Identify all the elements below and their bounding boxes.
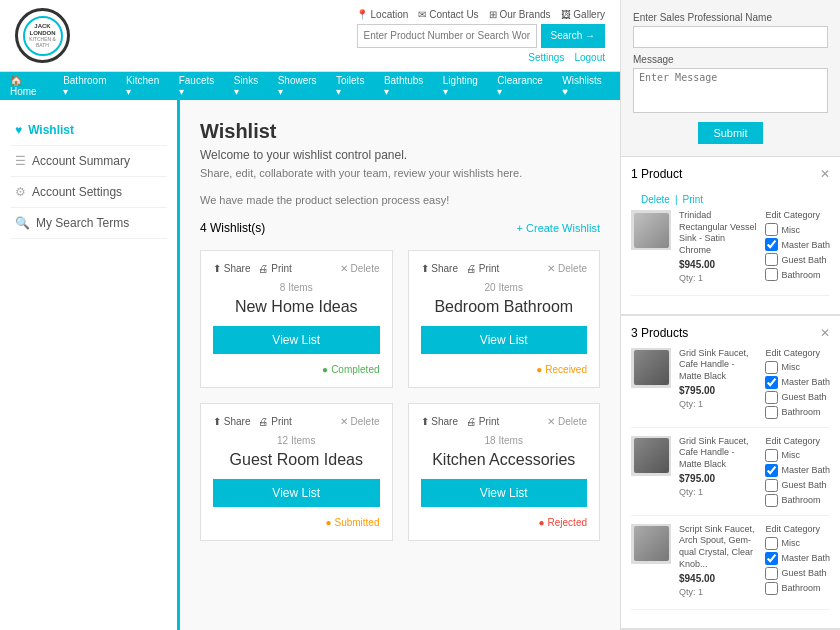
card-2-view-btn[interactable]: View List [421,326,588,354]
sidebar-item-account-settings[interactable]: ⚙ Account Settings [10,177,167,208]
header-links: 📍 Location ✉ Contact Us ⊞ Our Brands 🖼 G… [356,9,605,20]
product-2b-info: Grid Sink Faucet, Cafe Handle - Matte Bl… [679,436,757,507]
panel-1-count: 1 Product [631,167,682,181]
contact-form-panel: Enter Sales Professional Name Message Su… [621,0,840,157]
nav-bathroom[interactable]: Bathroom ▾ [63,75,114,97]
product-2b-name: Grid Sink Faucet, Cafe Handle - Matte Bl… [679,436,757,471]
product-1-price: $945.00 [679,259,757,270]
nav-kitchen[interactable]: Kitchen ▾ [126,75,167,97]
edit-cat-label-1: Edit Category [765,210,830,220]
panel-2-product-b: Grid Sink Faucet, Cafe Handle - Matte Bl… [631,436,830,516]
submit-button[interactable]: Submit [698,122,762,144]
card-2-delete[interactable]: ✕ Delete [547,263,587,274]
heart-icon: ♥ [15,123,22,137]
page-title: Wishlist [200,120,600,143]
card-2-share[interactable]: ⬆ Share [421,263,458,274]
logo-line2: KITCHEN & BATH [25,36,61,48]
card-3-delete[interactable]: ✕ Delete [340,416,380,427]
card-3-print[interactable]: 🖨 Print [258,416,291,427]
message-textarea[interactable] [633,68,828,113]
product-2a-image [631,348,671,388]
header-link-location[interactable]: 📍 Location [356,9,409,20]
header-bottom-links: Settings Logout [528,52,605,63]
nav-lighting[interactable]: Lighting ▾ [443,75,485,97]
sidebar-item-wishlist[interactable]: ♥ Wishlist [10,115,167,146]
wishlist-card-2: ⬆ Share 🖨 Print ✕ Delete 20 Items Bedroo… [408,250,601,388]
search-input[interactable] [357,24,537,48]
nav-sinks[interactable]: Sinks ▾ [234,75,266,97]
card-1-status-icon: ● [322,364,328,375]
page-subtitle: Welcome to your wishlist control panel. [200,148,600,162]
nav-home[interactable]: 🏠 Home [10,75,51,97]
panel-2-close[interactable]: ✕ [820,326,830,340]
message-label: Message [633,54,828,65]
breadcrumb-sep-1: | [675,194,678,205]
nav-toilets[interactable]: Toilets ▾ [336,75,372,97]
nav-clearance[interactable]: Clearance ▾ [497,75,550,97]
card-4-share[interactable]: ⬆ Share [421,416,458,427]
search-button[interactable]: Search → [541,24,605,48]
cat-opt-guest-2c: Guest Bath [765,567,830,580]
card-4-name: Kitchen Accessories [421,451,588,469]
logo-inner: JACK LONDON KITCHEN & BATH [23,16,63,56]
card-1-left-actions: ⬆ Share 🖨 Print [213,263,292,274]
card-4-delete[interactable]: ✕ Delete [547,416,587,427]
card-1-delete[interactable]: ✕ Delete [340,263,380,274]
site-nav: 🏠 Home Bathroom ▾ Kitchen ▾ Faucets ▾ Si… [0,72,620,100]
card-3-actions: ⬆ Share 🖨 Print ✕ Delete [213,416,380,427]
page-desc2: We have made the product selection proce… [200,194,600,206]
product-1-name: Trinidad Rectangular Vessel Sink - Satin… [679,210,757,257]
cat-opt-misc-2a: Misc [765,361,830,374]
cat-opt-misc-2c: Misc [765,537,830,550]
cat-opt-guest-2b: Guest Bath [765,479,830,492]
product-2c-info: Script Sink Faucet, Arch Spout, Gem-qual… [679,524,757,601]
list-icon: ☰ [15,154,26,168]
cat-options-2b: Misc Master Bath Guest Bath Bathroom [765,449,830,507]
wishlist-grid: ⬆ Share 🖨 Print ✕ Delete 8 Items New Hom… [200,250,600,541]
nav-wishlist[interactable]: Wishlists ♥ [562,75,610,97]
create-wishlist-button[interactable]: + Create Wishlist [517,222,600,234]
panel-1-header: 1 Product ✕ [631,167,830,181]
panel-1-delete-link[interactable]: Delete [641,194,670,205]
card-3-share[interactable]: ⬆ Share [213,416,250,427]
card-1-view-btn[interactable]: View List [213,326,380,354]
wishlist-toolbar: 4 Wishlist(s) + Create Wishlist [200,221,600,235]
card-1-status: ● Completed [213,364,380,375]
sidebar-item-search-terms[interactable]: 🔍 My Search Terms [10,208,167,239]
panel-1-close[interactable]: ✕ [820,167,830,181]
panel-2-product-a: Grid Sink Faucet, Cafe Handle - Matte Bl… [631,348,830,428]
settings-link[interactable]: Settings [528,52,564,63]
card-2-print[interactable]: 🖨 Print [466,263,499,274]
card-3-view-btn[interactable]: View List [213,479,380,507]
logo-line1: JACK LONDON [25,23,61,36]
card-4-items: 18 Items [421,435,588,446]
product-2b-qty: Qty: 1 [679,487,757,497]
wishlist-count: 4 Wishlist(s) [200,221,265,235]
logout-link[interactable]: Logout [574,52,605,63]
header-link-gallery[interactable]: 🖼 Gallery [561,9,605,20]
sidebar: ♥ Wishlist ☰ Account Summary ⚙ Account S… [0,100,180,630]
nav-showers[interactable]: Showers ▾ [278,75,324,97]
card-4-print[interactable]: 🖨 Print [466,416,499,427]
nav-faucets[interactable]: Faucets ▾ [179,75,222,97]
name-label: Enter Sales Professional Name [633,12,828,23]
header-link-brands[interactable]: ⊞ Our Brands [489,9,551,20]
logo-area: JACK LONDON KITCHEN & BATH [15,8,70,63]
card-4-view-btn[interactable]: View List [421,479,588,507]
sidebar-item-account-summary[interactable]: ☰ Account Summary [10,146,167,177]
cat-opt-bath-2c: Bathroom [765,582,830,595]
card-2-items: 20 Items [421,282,588,293]
nav-bathtubs[interactable]: Bathtubs ▾ [384,75,431,97]
card-1-share[interactable]: ⬆ Share [213,263,250,274]
header-link-contact[interactable]: ✉ Contact Us [418,9,478,20]
card-4-status-label: Rejected [548,517,587,528]
card-2-status: ● Received [421,364,588,375]
panel-1-print-link[interactable]: Print [683,194,704,205]
search-icon: 🔍 [15,216,30,230]
panel-2-product-c: Script Sink Faucet, Arch Spout, Gem-qual… [631,524,830,610]
name-input[interactable] [633,26,828,48]
cat-options-2c: Misc Master Bath Guest Bath Bathroom [765,537,830,595]
card-1-print[interactable]: 🖨 Print [258,263,291,274]
product-2c-qty: Qty: 1 [679,587,757,597]
logo-circle: JACK LONDON KITCHEN & BATH [15,8,70,63]
